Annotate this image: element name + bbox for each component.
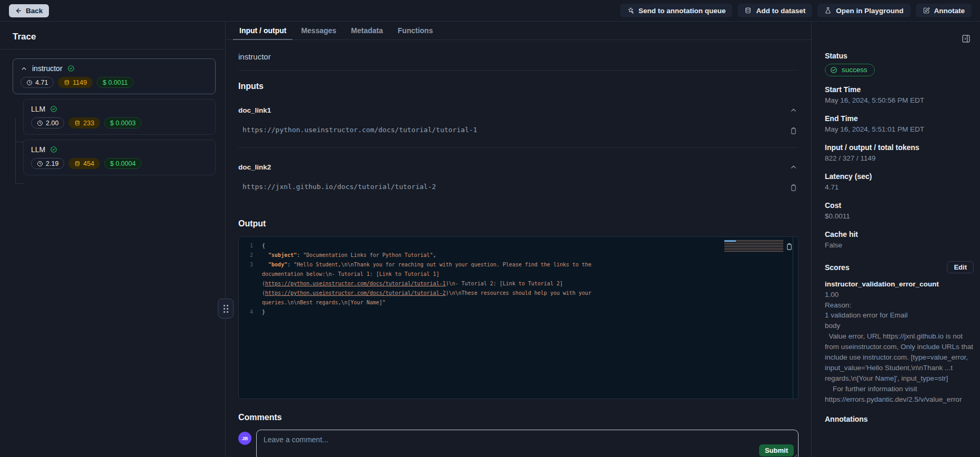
comment-input[interactable]	[257, 430, 798, 457]
chevron-up-icon[interactable]	[21, 65, 27, 72]
dataset-icon	[744, 7, 752, 14]
scores-row: Scores Edit	[825, 261, 974, 273]
avatar: JB	[238, 432, 251, 445]
status-label: Status	[825, 52, 974, 60]
topbar-action-open-in-playground[interactable]: Open in Playground	[817, 4, 910, 17]
panel-resize-handle[interactable]	[218, 299, 234, 319]
status-value: success	[842, 66, 867, 74]
detail-field-label: Cost	[825, 201, 974, 210]
code-line: 2 "subject": "Documentation Links for Py…	[239, 251, 798, 260]
code-scrollbar[interactable]	[793, 237, 793, 399]
panel-right-icon	[962, 34, 971, 43]
field-start-time: Start Time May 16, 2024, 5:50:56 PM EDT	[825, 85, 974, 105]
clock-icon	[26, 80, 33, 86]
topbar-action-send-to-annotation-queue[interactable]: Send to annotation queue	[620, 4, 733, 17]
tree-connector-stub	[15, 142, 24, 142]
tab-functions[interactable]: Functions	[390, 22, 440, 39]
score-value: 1.00	[825, 291, 974, 299]
output-heading: Output	[238, 219, 799, 228]
field-input-output-total-tokens: Input / output / total tokens 822 / 327 …	[825, 143, 974, 163]
collapse-input-button[interactable]	[789, 162, 799, 172]
back-button-label: Back	[26, 7, 43, 15]
latency-badge: 4.71	[21, 77, 54, 88]
cost-badge: $ 0.0011	[97, 77, 134, 88]
output-code-block: 1 { 2 "subject": "Documentation Links fo…	[238, 236, 799, 399]
tree-connector-stub	[15, 183, 24, 184]
observation-title: instructor	[238, 40, 799, 71]
topbar-action-annotate[interactable]: Annotate	[916, 4, 972, 17]
code-text: }	[262, 307, 603, 317]
main-panel: Input / output Messages Metadata Functio…	[226, 22, 812, 457]
clock-icon	[37, 161, 43, 167]
main-content: instructor Inputs doc_link1 https://pyth…	[226, 40, 811, 457]
trace-node-llm-2[interactable]: LLM 2.19 454 $ 0.0004	[23, 140, 216, 175]
latency-badge: 2.00	[31, 117, 64, 128]
collapse-panel-button[interactable]	[961, 33, 972, 44]
detail-field-label: Cache hit	[825, 230, 974, 239]
code-line: 4 }	[239, 307, 798, 317]
topbar-actions: Send to annotation queue Add to dataset …	[620, 4, 972, 17]
detail-field-label: Start Time	[825, 85, 974, 94]
tab-input-output[interactable]: Input / output	[232, 22, 294, 39]
score-name: instructor_validation_error_count	[825, 280, 974, 288]
code-text: "subject": "Documentation Links for Pyth…	[262, 251, 603, 260]
line-number: 4	[239, 307, 262, 317]
edit-scores-button[interactable]: Edit	[947, 261, 974, 273]
check-circle-icon	[50, 105, 57, 113]
input-item: doc_link2 https://jxnl.github.io/docs/tu…	[238, 162, 799, 204]
detail-field-value: 822 / 327 / 1149	[825, 154, 974, 163]
status-badge: success	[825, 64, 875, 76]
tree-connector-line	[15, 118, 16, 184]
field-end-time: End Time May 16, 2024, 5:51:01 PM EDT	[825, 114, 974, 134]
score-reason-text: 1 validation error for Email body Value …	[825, 310, 974, 405]
copy-input-button[interactable]	[789, 126, 799, 136]
trace-node-llm-1[interactable]: LLM 2.00 233 $ 0.0003	[23, 99, 216, 135]
tokens-badge: 233	[68, 117, 100, 128]
submit-comment-button[interactable]: Submit	[759, 444, 794, 456]
clipboard-icon	[790, 127, 797, 135]
trace-panel: Trace instructor 4.71	[0, 22, 226, 457]
code-text: "body": "Hello Student,\n\nThank you for…	[262, 260, 603, 307]
back-button[interactable]: Back	[9, 4, 49, 17]
database-icon	[74, 120, 80, 126]
line-number: 2	[239, 251, 262, 260]
detail-field-value: May 16, 2024, 5:50:56 PM EDT	[825, 96, 974, 105]
check-circle-icon	[50, 146, 57, 153]
chevron-up-icon	[790, 106, 797, 114]
code-text: {	[262, 241, 603, 251]
topbar-action-add-to-dataset[interactable]: Add to dataset	[737, 4, 812, 17]
detail-fields: Start Time May 16, 2024, 5:50:56 PM EDT …	[825, 85, 974, 250]
copy-input-button[interactable]	[789, 183, 799, 193]
clipboard-icon	[790, 184, 797, 192]
inputs-list: doc_link1 https://python.useinstructor.c…	[238, 105, 799, 204]
database-icon	[74, 161, 80, 167]
details-panel: Status success Start Time May 16, 2024, …	[812, 22, 980, 457]
detail-field-value: False	[825, 241, 974, 250]
input-value: https://python.useinstructor.com/docs/tu…	[238, 126, 477, 134]
trace-node-name: LLM	[31, 105, 45, 113]
topbar: Back Send to annotation queue Add to dat…	[0, 0, 980, 22]
field-cost: Cost $0.0011	[825, 201, 974, 221]
collapse-input-button[interactable]	[789, 105, 799, 115]
code-line: 3 "body": "Hello Student,\n\nThank you f…	[239, 260, 798, 307]
cost-badge: $ 0.0004	[104, 158, 142, 169]
body-row: Trace instructor 4.71	[0, 22, 980, 457]
input-value: https://jxnl.github.io/docs/tutorial/tut…	[238, 183, 436, 191]
code-line: 1 {	[239, 241, 798, 251]
latency-badge: 2.19	[31, 158, 64, 169]
detail-field-label: Input / output / total tokens	[825, 143, 974, 152]
input-item: doc_link1 https://python.useinstructor.c…	[238, 105, 799, 148]
detail-field-value: $0.0011	[825, 212, 974, 221]
detail-field-label: End Time	[825, 114, 974, 123]
tab-messages[interactable]: Messages	[294, 22, 343, 39]
trace-node-instructor-0[interactable]: instructor 4.71 1149 $ 0.0011	[13, 58, 216, 94]
check-circle-icon	[830, 66, 837, 74]
tab-metadata[interactable]: Metadata	[343, 22, 390, 39]
tokens-badge: 1149	[58, 77, 93, 88]
comment-row: JB Submit	[238, 430, 799, 457]
database-icon	[64, 80, 70, 86]
grip-dots-icon	[224, 305, 228, 313]
detail-field-value: May 16, 2024, 5:51:01 PM EDT	[825, 125, 974, 134]
field-cache-hit: Cache hit False	[825, 230, 974, 250]
input-name: doc_link2	[238, 163, 271, 171]
